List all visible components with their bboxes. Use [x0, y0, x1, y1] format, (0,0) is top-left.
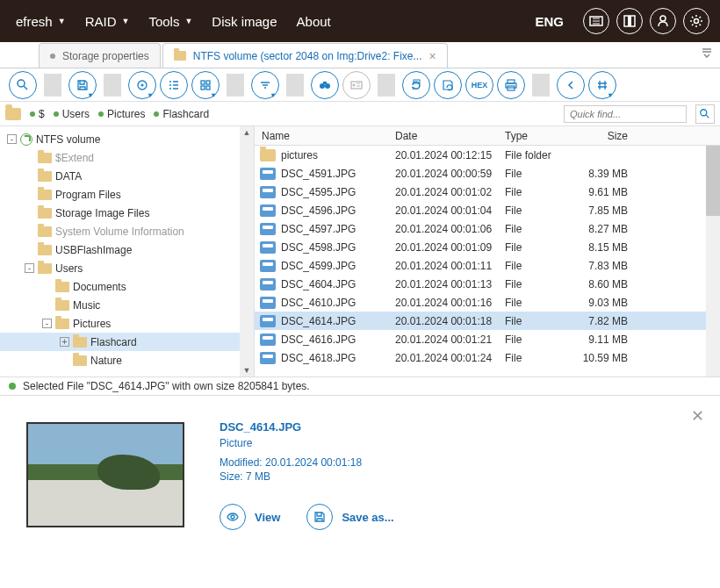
- user-icon[interactable]: [650, 8, 676, 34]
- col-type[interactable]: Type: [505, 130, 566, 142]
- file-row[interactable]: DSC_4595.JPG20.01.2024 00:01:02File9.61 …: [255, 183, 720, 201]
- tab-label: Storage properties: [62, 50, 149, 62]
- menu-refresh[interactable]: efresh▼: [7, 14, 75, 29]
- main-menu: efresh▼ RAID▼ Tools▼ Disk image About: [7, 14, 340, 29]
- filter-icon[interactable]: ▾: [251, 71, 279, 99]
- svg-point-36: [701, 109, 707, 115]
- eye-icon: [220, 504, 246, 530]
- target-icon[interactable]: ▾: [128, 71, 156, 99]
- tree-label: USBFlashImage: [55, 244, 132, 256]
- tree-item[interactable]: Documents: [0, 277, 254, 296]
- breadcrumb-item[interactable]: $: [30, 108, 45, 120]
- tree-item[interactable]: USBFlashImage: [0, 240, 254, 259]
- view-button[interactable]: View: [220, 504, 280, 530]
- binoculars-icon[interactable]: [311, 71, 339, 99]
- close-icon[interactable]: ✕: [691, 406, 704, 426]
- gear-icon[interactable]: [683, 8, 709, 34]
- language-selector[interactable]: ENG: [535, 14, 564, 29]
- file-row[interactable]: DSC_4596.JPG20.01.2024 00:01:04File7.85 …: [255, 201, 720, 219]
- file-row[interactable]: DSC_4597.JPG20.01.2024 00:01:06File8.27 …: [255, 219, 720, 238]
- folder-icon: [38, 263, 52, 274]
- file-grid: Name Date Type Size pictures20.01.2024 0…: [255, 126, 720, 376]
- tree-item[interactable]: Program Files: [0, 185, 254, 204]
- file-row[interactable]: DSC_4591.JPG20.01.2024 00:00:59File8.39 …: [255, 164, 720, 183]
- image-icon: [260, 278, 276, 290]
- file-row[interactable]: DSC_4610.JPG20.01.2024 00:01:16File9.03 …: [255, 293, 720, 312]
- grid-icon[interactable]: ▾: [191, 71, 220, 99]
- menu-disk-image[interactable]: Disk image: [203, 14, 285, 29]
- file-date: 20.01.2024 00:12:15: [395, 149, 505, 161]
- close-icon[interactable]: ×: [429, 49, 436, 63]
- menu-tools[interactable]: Tools▼: [140, 14, 201, 29]
- tree-item[interactable]: -Pictures: [0, 314, 254, 333]
- file-type: File: [505, 315, 566, 327]
- panel-icon[interactable]: [583, 8, 609, 34]
- tab-ntfs-volume[interactable]: NTFS volume (sector 2048 on Img:Drive2: …: [162, 43, 448, 68]
- menu-about[interactable]: About: [288, 14, 340, 29]
- file-size: 7.85 MB: [566, 204, 645, 217]
- save-icon[interactable]: ▾: [68, 71, 97, 99]
- file-row[interactable]: DSC_4614.JPG20.01.2024 00:01:18File7.82 …: [255, 312, 720, 330]
- tree-label: Flashcard: [90, 336, 137, 348]
- search-icon[interactable]: [695, 104, 715, 124]
- save-reload-icon[interactable]: [434, 71, 462, 99]
- print-icon[interactable]: [497, 71, 525, 99]
- hash-icon[interactable]: ▾: [588, 71, 616, 99]
- svg-rect-19: [206, 81, 210, 84]
- tree-item[interactable]: Music: [0, 296, 254, 314]
- col-name[interactable]: Name: [255, 130, 395, 142]
- svg-rect-18: [201, 81, 205, 84]
- breadcrumb-item[interactable]: Flashcard: [154, 108, 209, 120]
- quick-find-input[interactable]: [564, 105, 687, 123]
- tree-item[interactable]: -Users: [0, 259, 254, 277]
- menu-raid[interactable]: RAID▼: [76, 14, 139, 29]
- preview-subtitle: Picture: [220, 437, 394, 449]
- image-icon: [260, 223, 276, 235]
- tree-item[interactable]: +Flashcard: [0, 333, 254, 351]
- id-card-icon[interactable]: [342, 71, 371, 99]
- search-icon[interactable]: [9, 71, 37, 99]
- file-date: 20.01.2024 00:01:09: [395, 241, 505, 254]
- tree-label: Program Files: [55, 189, 121, 201]
- tab-storage-properties[interactable]: Storage properties: [39, 43, 161, 68]
- folder-icon: [38, 190, 52, 200]
- tree-item[interactable]: $Extend: [0, 148, 254, 167]
- breadcrumb-item[interactable]: Pictures: [98, 108, 145, 120]
- file-type: File: [505, 223, 566, 235]
- tree-item[interactable]: System Volume Information: [0, 222, 254, 240]
- preview-thumbnail[interactable]: [26, 422, 184, 527]
- image-icon: [260, 297, 276, 309]
- file-row[interactable]: DSC_4598.JPG20.01.2024 00:01:09File8.15 …: [255, 238, 720, 256]
- file-row[interactable]: pictures20.01.2024 00:12:15File folder: [255, 146, 720, 164]
- file-row[interactable]: DSC_4618.JPG20.01.2024 00:01:24File10.59…: [255, 348, 720, 367]
- back-icon[interactable]: [557, 71, 585, 99]
- save-as-button[interactable]: Save as...: [306, 504, 393, 530]
- file-row[interactable]: DSC_4604.JPG20.01.2024 00:01:13File8.60 …: [255, 275, 720, 293]
- image-icon: [260, 186, 276, 198]
- col-size[interactable]: Size: [566, 130, 645, 142]
- status-bar: Selected File "DSC_4614.JPG" with own si…: [0, 376, 720, 396]
- hex-icon[interactable]: HEX: [465, 71, 493, 99]
- file-size: 8.15 MB: [566, 241, 645, 254]
- scrollbar[interactable]: [706, 146, 720, 376]
- tabs-overflow-icon[interactable]: [701, 46, 713, 61]
- col-date[interactable]: Date: [395, 130, 505, 142]
- folder-icon[interactable]: [5, 108, 21, 120]
- tree-item[interactable]: Nature: [0, 351, 254, 369]
- file-row[interactable]: DSC_4599.JPG20.01.2024 00:01:11File7.83 …: [255, 256, 720, 275]
- breadcrumb-item[interactable]: Users: [54, 108, 90, 120]
- svg-point-7: [695, 19, 699, 24]
- svg-point-38: [231, 515, 234, 519]
- reload-icon[interactable]: [402, 71, 430, 99]
- scrollbar[interactable]: ▲▼: [240, 126, 254, 376]
- tree-item[interactable]: DATA: [0, 167, 254, 185]
- tree-label: DATA: [55, 170, 82, 183]
- split-icon[interactable]: [616, 8, 643, 34]
- file-row[interactable]: DSC_4616.JPG20.01.2024 00:01:21File9.11 …: [255, 330, 720, 348]
- tree-item[interactable]: Storage Image Files: [0, 204, 254, 222]
- svg-point-14: [169, 88, 171, 90]
- tree-item[interactable]: -NTFS volume: [0, 130, 254, 148]
- svg-point-12: [169, 81, 171, 82]
- list-icon[interactable]: [160, 71, 188, 99]
- status-dot-icon: [9, 383, 16, 390]
